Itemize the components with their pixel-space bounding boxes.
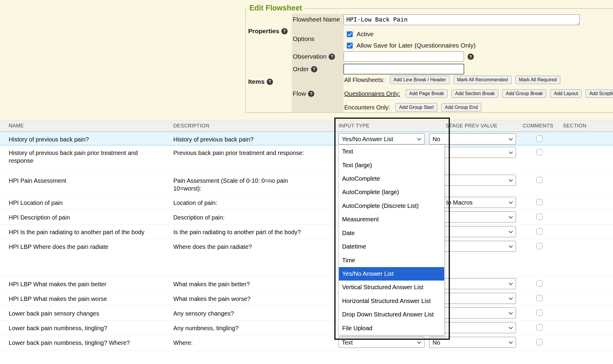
flow-action-button[interactable]: Add Layout [550, 89, 582, 98]
dropdown-option[interactable]: Yes/No Answer List [339, 267, 444, 281]
chevron-down-icon [509, 216, 513, 219]
comments-checkbox[interactable] [536, 214, 543, 220]
table-row[interactable]: HPI Pain AssessmentPain Assessment (Scal… [0, 173, 613, 195]
table-row[interactable]: Lower back pain sensory changesAny senso… [0, 306, 613, 321]
flow-action-button[interactable]: Add Group End [441, 103, 481, 112]
dropdown-option[interactable]: Vertical Structured Answer List [339, 281, 444, 294]
column-header: DESCRIPTION [173, 123, 336, 129]
section-cell [557, 239, 613, 276]
comments-checkbox[interactable] [536, 295, 543, 301]
dropdown-option[interactable]: AutoComplete (large) [339, 185, 444, 199]
dropdown-option[interactable]: Horizontal Structured Answer List [339, 294, 444, 308]
comments-cell [519, 291, 557, 306]
flow-action-button[interactable]: Mark All Required [515, 76, 560, 84]
item-description: Description of pain: [173, 210, 336, 224]
input-type-cell: Text [336, 335, 426, 350]
table-row[interactable]: History of previous back pain?History of… [0, 132, 613, 145]
table-row[interactable]: HPI LBP Where does the pain radiateWhere… [0, 239, 613, 277]
flow-action-button[interactable]: Add Group Break [502, 89, 547, 98]
chevron-down-icon [509, 327, 513, 329]
flow-group: Questionnaires Only:Add Page BreakAdd Se… [344, 89, 613, 98]
item-description: What makes the pain better? [173, 277, 336, 291]
table-row[interactable]: Lower back pain numbness, tingling? Wher… [0, 335, 613, 351]
flow-action-button[interactable]: Add Section Break [451, 89, 498, 98]
input-type-select[interactable]: Text [339, 337, 424, 348]
comments-checkbox[interactable] [536, 339, 543, 345]
flowsheet-name-textarea[interactable]: HPI-Low Back Pain [344, 14, 580, 25]
properties-row: Properties ? [248, 27, 288, 35]
column-header: NAME [0, 123, 173, 129]
help-icon[interactable]: ? [468, 54, 474, 60]
help-icon[interactable]: ? [311, 66, 317, 72]
chevron-down-icon [509, 231, 513, 233]
dropdown-option[interactable]: Text [339, 145, 444, 158]
comments-checkbox[interactable] [536, 199, 543, 205]
dropdown-option[interactable]: AutoComplete (Discrete List) [339, 199, 444, 213]
table-row[interactable]: Lower back pain numbness, tingling?Any n… [0, 321, 613, 335]
input-type-cell: Yes/No Answer List [336, 132, 426, 145]
input-type-select[interactable]: Yes/No Answer List [339, 133, 424, 144]
comments-cell [519, 145, 557, 173]
flowsheet-name-label: Flowsheet Name [293, 15, 340, 24]
table-row[interactable]: HPI Location of painLocation of pain:to … [0, 195, 613, 210]
flow-action-button[interactable]: Add Line Break / Header [390, 76, 450, 84]
dropdown-option[interactable]: Measurement [339, 213, 444, 226]
dropdown-option[interactable]: Time [339, 253, 444, 267]
flow-action-button[interactable]: Add Group Start [395, 103, 437, 112]
checkbox-checked-icon[interactable] [347, 42, 353, 49]
table-row[interactable]: HPI Is the pain radiating to another par… [0, 225, 613, 239]
help-icon[interactable]: ? [308, 91, 314, 97]
item-description: Where: [173, 335, 336, 350]
dropdown-option[interactable]: Drop Down Structured Answer List [339, 308, 444, 321]
flow-button-groups: All Flowsheets:Add Line Break / HeaderMa… [344, 75, 613, 117]
comments-checkbox[interactable] [536, 228, 543, 234]
chevron-down-icon [509, 341, 513, 344]
dropdown-option[interactable]: File Upload [339, 321, 444, 335]
flow-action-button[interactable]: Add Page Break [406, 89, 448, 98]
comments-checkbox[interactable] [536, 324, 543, 331]
stage-prev-select[interactable]: No [429, 133, 516, 144]
help-icon[interactable]: ? [267, 79, 273, 85]
comments-cell [519, 173, 557, 195]
dropdown-option[interactable]: Date [339, 226, 444, 240]
item-name: HPI LBP What makes the pain better [0, 277, 173, 291]
column-header: STAGE PREV VALUE [426, 123, 519, 129]
comments-checkbox[interactable] [536, 280, 543, 287]
dropdown-option[interactable]: AutoComplete [339, 172, 444, 185]
select-value: No [430, 134, 516, 144]
item-name: Lower back pain sensory changes [0, 306, 173, 320]
flow-action-button[interactable]: Mark All Recommended [453, 76, 512, 84]
options-label: Options [293, 35, 314, 43]
comments-cell [519, 132, 557, 145]
item-name: HPI Pain Assessment [0, 173, 173, 195]
order-input[interactable] [344, 64, 464, 74]
comments-checkbox[interactable] [536, 149, 543, 155]
dropdown-option[interactable]: Text (large) [339, 158, 444, 172]
help-icon[interactable]: ? [329, 54, 335, 60]
comments-checkbox[interactable] [536, 243, 543, 249]
column-header: SECTION [557, 123, 613, 129]
comments-checkbox[interactable] [536, 135, 543, 142]
table-row[interactable]: History of previous back pain prior trea… [0, 145, 613, 173]
table-row[interactable]: HPI LBP What makes the pain worseWhat ma… [0, 291, 613, 306]
stage-prev-select[interactable]: No [429, 337, 516, 348]
comments-checkbox[interactable] [536, 310, 543, 316]
chevron-down-icon [509, 312, 513, 315]
checkbox-checked-icon[interactable] [347, 31, 353, 37]
table-row[interactable]: HPI Description of painDescription of pa… [0, 210, 613, 225]
comments-cell [519, 195, 557, 210]
item-description: History of previous back pain? [173, 132, 336, 145]
chevron-down-icon [509, 297, 513, 300]
comments-checkbox[interactable] [536, 177, 543, 183]
item-name: HPI Location of pain [0, 195, 173, 210]
flow-action-button[interactable]: Add Scriptlet [585, 89, 613, 98]
observation-input[interactable] [344, 51, 464, 62]
flow-group-label[interactable]: Questionnaires Only: [344, 90, 400, 97]
dropdown-option[interactable]: Datetime [339, 240, 444, 253]
help-icon[interactable]: ? [281, 28, 288, 34]
section-cell [557, 225, 613, 239]
table-header: NAMEDESCRIPTIONINPUT TYPESTAGE PREV VALU… [0, 120, 613, 132]
chevron-down-icon [509, 283, 513, 285]
chevron-down-icon [509, 179, 513, 182]
table-row[interactable]: HPI LBP What makes the pain betterWhat m… [0, 277, 613, 291]
